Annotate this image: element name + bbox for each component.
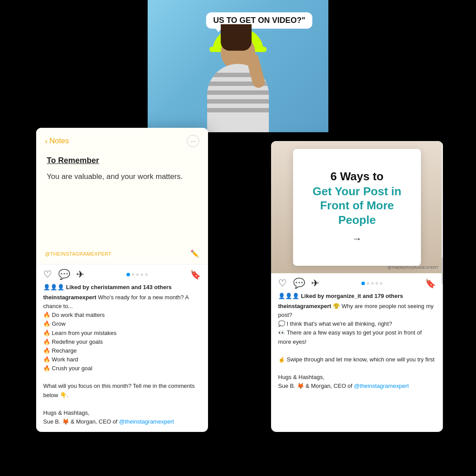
dot-r5 (380, 282, 383, 285)
caption-line-1: 💭 I think that's what we're all thinking… (278, 320, 392, 327)
caption-sig: Sue B. 🦊 & Morgan, CEO of (43, 418, 117, 425)
action-icons-left-right: ♡ 💬 ✈ (278, 278, 319, 289)
like-icon-right[interactable]: ♡ (278, 278, 287, 289)
scrollbar-track[interactable] (442, 141, 443, 432)
dot-2 (132, 273, 134, 276)
comment-icon[interactable]: 💬 (58, 269, 70, 280)
caption-list-item-2: 🔥 Grow (43, 320, 66, 327)
caption-list-item-4: 🔥 Redefine your goals (43, 338, 103, 345)
notes-title: To Remember (47, 156, 197, 165)
caption-sig-right: Sue B. 🦊 & Morgan, CEO of (278, 383, 354, 389)
card-title-teal: Get Your Post in Front of More People (302, 184, 412, 227)
caption-list-item-3: 🔥 Learn from your mistakes (43, 330, 116, 336)
post-right-actions: ♡ 💬 ✈ 🔖 (271, 273, 443, 292)
share-icon[interactable]: ✈ (76, 269, 84, 280)
share-icon-right[interactable]: ✈ (311, 278, 319, 289)
dot-4 (141, 273, 143, 276)
dot-1 (126, 273, 130, 276)
white-card: 6 Ways to Get Your Post in Front of More… (293, 149, 421, 266)
bookmark-icon-right[interactable]: 🔖 (425, 278, 436, 289)
dot-r4 (376, 282, 378, 285)
notes-content: To Remember You are valuable, and your w… (36, 152, 208, 191)
dot-r1 (361, 282, 365, 285)
post-left-likes: 👤👤👤 Liked by cheristammen and 143 others (36, 283, 208, 292)
video-panel: US TO GET ON VIDEO?" (148, 0, 328, 132)
post-right-likes: 👤👤👤 Liked by morganize_it and 179 others (271, 292, 443, 301)
likes-avatars: 👤👤👤 (43, 284, 64, 290)
likes-count-right: Liked by morganize_it and 179 others (301, 293, 403, 299)
caption-mention[interactable]: @theinstagramexpert (119, 418, 174, 425)
caption-list-item-6: 🔥 Work hard (43, 356, 78, 363)
caption-outro: What will you focus on this month? Tell … (43, 383, 195, 398)
post-left-actions: ♡ 💬 ✈ 🔖 (36, 264, 208, 283)
action-icons-left: ♡ 💬 ✈ (43, 269, 84, 280)
likes-count: Liked by cheristammen and 143 others (66, 284, 172, 290)
caption-list-item-7: 🔥 Crush your goal (43, 365, 92, 372)
caption-closing: Hugs & Hashtags, (43, 409, 89, 416)
card-arrow: → (352, 233, 362, 245)
caption-line-3: ☝️ Swipe through and let me know, which … (278, 356, 435, 363)
bookmark-icon[interactable]: 🔖 (190, 269, 201, 280)
caption-mention-right[interactable]: @theinstagramexpert (354, 383, 409, 389)
notes-back[interactable]: ‹ Notes (45, 137, 69, 146)
notes-username: @THEINSTAGRAMEXPERT (45, 251, 112, 257)
dot-r2 (367, 282, 369, 285)
likes-avatars-right: 👤👤👤 (278, 293, 299, 299)
card-watermark: @THEINSTAGRAMEXPERT (387, 265, 439, 270)
notes-card: ‹ Notes ··· To Remember You are valuable… (36, 128, 208, 264)
back-chevron-icon: ‹ (45, 137, 48, 146)
person-figure (190, 22, 286, 132)
notes-back-label: Notes (49, 137, 69, 145)
caption-username-right[interactable]: theinstagramexpert (278, 303, 331, 309)
dot-3 (136, 273, 139, 276)
notes-body: You are valuable, and your work matters. (47, 171, 197, 182)
caption-list-item-1: 🔥 Do work that matters (43, 312, 105, 318)
dot-indicators (126, 273, 148, 276)
post-right-caption: theinstagramexpert 😤 Why are more people… (271, 301, 443, 393)
post-right: 6 Ways to Get Your Post in Front of More… (271, 141, 443, 432)
comment-icon-right[interactable]: 💬 (293, 278, 305, 289)
notes-edit-icon[interactable]: ✏️ (190, 249, 199, 258)
post-right-image: 6 Ways to Get Your Post in Front of More… (271, 141, 443, 273)
dot-r3 (371, 282, 374, 285)
post-left: ‹ Notes ··· To Remember You are valuable… (36, 128, 208, 432)
notes-header: ‹ Notes ··· (36, 128, 208, 152)
dot-5 (145, 273, 148, 276)
card-title-black: 6 Ways to (331, 170, 383, 183)
hair (221, 24, 252, 51)
more-icon: ··· (190, 138, 196, 145)
notes-footer: @THEINSTAGRAMEXPERT ✏️ (36, 249, 208, 258)
caption-line-2: 👀 There are a few easy ways to get your … (278, 329, 422, 345)
post-left-caption: theinstagramexpert Who's ready for for a… (36, 292, 208, 429)
caption-closing-right: Hugs & Hashtags, (278, 374, 324, 380)
dot-indicators-right (361, 282, 383, 285)
notes-more-button[interactable]: ··· (187, 135, 199, 147)
like-icon[interactable]: ♡ (43, 269, 52, 280)
caption-list-item-5: 🔥 Recharge (43, 347, 77, 354)
scrollbar-thumb (442, 257, 443, 284)
caption-username[interactable]: theinstagramexpert (43, 294, 97, 301)
